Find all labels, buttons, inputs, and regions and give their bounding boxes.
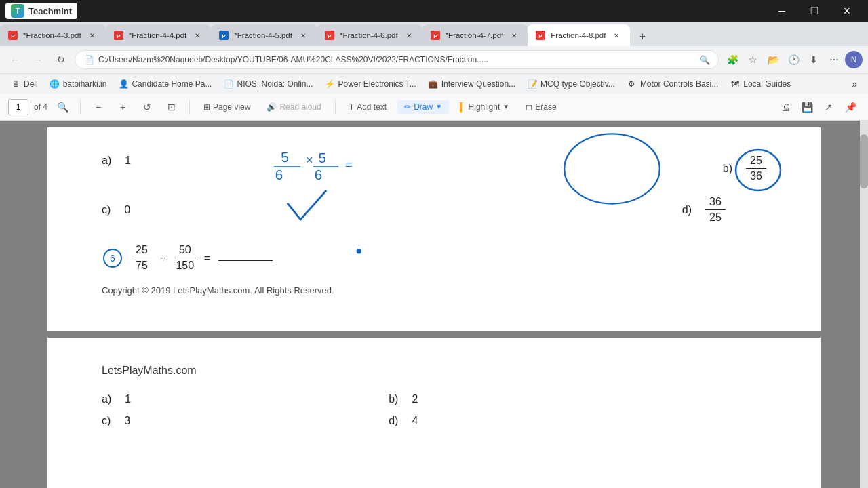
title-bar-controls: ─ ❐ ✕ [766, 0, 863, 22]
bookmark-label: Dell [24, 79, 38, 89]
bookmark-label: batbiharki.in [63, 79, 107, 89]
separator2 [189, 100, 190, 115]
bookmarks-more-button[interactable]: » [846, 77, 863, 92]
zoom-in-button[interactable]: + [113, 98, 132, 117]
share-button[interactable]: ↗ [819, 98, 838, 117]
option-c-value: 0 [124, 204, 130, 216]
svg-text:P: P [328, 33, 332, 39]
page-number-input[interactable] [8, 99, 28, 115]
erase-button[interactable]: ◻ Erase [520, 100, 561, 114]
tab-fraction-4-6[interactable]: P *Fraction-4-6.pdf ✕ [317, 24, 422, 46]
answer-b-row: b) 2 [389, 393, 418, 405]
tab-fraction-4-8[interactable]: P Fraction-4-8.pdf ✕ [528, 24, 630, 46]
draw-button[interactable]: ✏ Draw ▼ [397, 100, 449, 114]
interview-favicon: 💼 [429, 79, 438, 89]
address-bar[interactable]: 📄 C:/Users/Nazm%20Naqueeb/Desktop/YOUTUB… [75, 50, 719, 69]
bookmarks-bar: 🖥 Dell 🌐 batbiharki.in 👤 Candidate Home … [0, 73, 868, 94]
answer-c-value: 3 [124, 415, 130, 427]
bookmark-interview[interactable]: 💼 Interview Question... [423, 77, 521, 91]
collections-button[interactable]: 📂 [764, 50, 783, 69]
motor-favicon: ⚙ [627, 79, 637, 89]
tab-favicon: P [114, 30, 123, 40]
svg-text:P: P [11, 33, 15, 39]
search-icon[interactable]: 🔍 [699, 54, 710, 65]
tab-fraction-4-7[interactable]: P *Fraction-4-7.pdf ✕ [422, 24, 528, 46]
read-aloud-button[interactable]: 🔊 Read aloud [261, 100, 326, 114]
bookmark-power-electronics[interactable]: ⚡ Power Electronics T... [320, 77, 422, 91]
answer-a-label: a) [102, 393, 111, 405]
favorites-button[interactable]: ☆ [743, 50, 762, 69]
q6-den2: 150 [176, 260, 194, 272]
answer-d-value: 4 [412, 415, 418, 427]
search-pdf-button[interactable]: 🔍 [53, 98, 72, 117]
pdf-toolbar-right: 🖨 💾 ↗ 📌 [776, 98, 860, 117]
settings-button[interactable]: ⋯ [825, 50, 844, 69]
rotate-button[interactable]: ↺ [138, 98, 157, 117]
tab-fraction-4-4[interactable]: P *Fraction-4-4.pdf ✕ [106, 24, 212, 46]
svg-text:P: P [433, 33, 437, 39]
answer-a-row: a) 1 [102, 393, 131, 405]
tab-close-button[interactable]: ✕ [298, 30, 309, 41]
new-tab-button[interactable]: + [633, 27, 652, 46]
bookmark-candidate-home[interactable]: 👤 Candidate Home Pa... [113, 77, 217, 91]
bookmark-local-guides[interactable]: 🗺 Local Guides [725, 77, 796, 91]
zoom-out-button[interactable]: − [89, 98, 108, 117]
tab-close-button[interactable]: ✕ [192, 30, 203, 41]
history-button[interactable]: 🕐 [784, 50, 803, 69]
equals-sign: = [204, 252, 210, 264]
bookmark-mcq[interactable]: 📝 MCQ type Objectiv... [522, 77, 620, 91]
fit-button[interactable]: ⊡ [162, 98, 181, 117]
answers-page-title: LetsPlayMaths.com [102, 365, 766, 377]
highlight-label: Highlight [469, 102, 500, 112]
bookmark-batbiharki[interactable]: 🌐 batbiharki.in [45, 77, 113, 91]
guides-favicon: 🗺 [730, 79, 740, 89]
tab-fraction-4-5[interactable]: P *Fraction-4-5.pdf ✕ [211, 24, 317, 46]
bookmark-nios[interactable]: 📄 NIOS, Noida: Onlin... [218, 77, 318, 91]
pin-button[interactable]: 📌 [841, 98, 860, 117]
tab-close-button[interactable]: ✕ [403, 30, 414, 41]
title-bar: T Teachmint ─ ❐ ✕ [0, 0, 868, 22]
division-sign: ÷ [160, 252, 166, 264]
back-button[interactable]: ← [5, 50, 24, 69]
bookmark-label: MCQ type Objectiv... [540, 79, 615, 89]
address-bar-row: ← → ↻ 📄 C:/Users/Nazm%20Naqueeb/Desktop/… [0, 46, 868, 73]
bookmark-dell[interactable]: 🖥 Dell [5, 77, 43, 91]
candidate-favicon: 👤 [119, 79, 128, 89]
tab-close-button[interactable]: ✕ [611, 30, 622, 41]
q6-num2: 50 [179, 244, 191, 256]
separator3 [335, 100, 336, 115]
tab-close-button[interactable]: ✕ [87, 30, 98, 41]
close-button[interactable]: ✕ [831, 0, 863, 22]
q6-den1: 75 [136, 260, 148, 272]
tab-favicon: P [325, 30, 334, 40]
forward-button[interactable]: → [28, 50, 47, 69]
print-button[interactable]: 🖨 [776, 98, 795, 117]
extensions-button[interactable]: 🧩 [723, 50, 742, 69]
tab-fraction-4-3[interactable]: P *Fraction-4-3.pdf ✕ [0, 24, 106, 46]
save-button[interactable]: 💾 [797, 98, 816, 117]
answer-line [218, 260, 273, 261]
page-view-button[interactable]: ⊞ Page view [198, 100, 256, 114]
browser-icons-right: 🧩 ☆ 📂 🕐 ⬇ ⋯ N [723, 50, 863, 69]
reload-button[interactable]: ↻ [52, 50, 71, 69]
power-favicon: ⚡ [326, 79, 335, 89]
page-view-icon: ⊞ [203, 102, 210, 112]
draw-chevron-icon: ▼ [435, 103, 442, 110]
erase-label: Erase [535, 102, 556, 112]
file-icon: 📄 [83, 54, 94, 65]
profile-avatar[interactable]: N [845, 51, 863, 68]
highlight-button[interactable]: ▌ Highlight ▼ [454, 100, 515, 114]
tab-label: *Fraction-4-7.pdf [446, 31, 504, 39]
minimize-button[interactable]: ─ [766, 0, 797, 22]
pdf-page-1: a) 1 b) 25 36 [47, 127, 821, 331]
maximize-button[interactable]: ❐ [799, 0, 830, 22]
add-text-button[interactable]: T Add text [344, 100, 392, 114]
tab-label: *Fraction-4-4.pdf [129, 31, 187, 39]
bookmark-motor-controls[interactable]: ⚙ Motor Controls Basi... [622, 77, 724, 91]
scrollbar-thumb[interactable] [860, 134, 868, 188]
tab-close-button[interactable]: ✕ [509, 30, 519, 41]
tab-favicon: P [536, 30, 545, 40]
downloads-button[interactable]: ⬇ [804, 50, 823, 69]
answer-c-row: c) 3 [102, 415, 131, 427]
q6-num1: 25 [136, 244, 148, 256]
